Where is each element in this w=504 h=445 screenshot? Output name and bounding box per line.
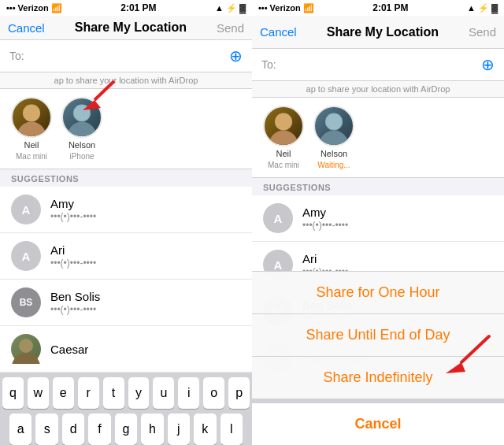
key-f[interactable]: f <box>88 413 110 445</box>
key-s[interactable]: s <box>35 413 57 445</box>
key-q[interactable]: q <box>2 377 24 409</box>
avatar-ben-solis: BS <box>11 287 41 317</box>
key-k[interactable]: k <box>194 413 216 445</box>
right-panel: ••• Verizon 📶 2:01 PM ▲ ⚡ ▓ Cancel Share… <box>252 0 504 445</box>
key-l[interactable]: l <box>220 413 243 445</box>
key-u[interactable]: u <box>153 377 174 409</box>
key-j[interactable]: j <box>168 413 190 445</box>
add-recipient-icon-right[interactable]: ⊕ <box>481 55 495 74</box>
nelson-sub: iPhone <box>69 152 94 161</box>
airdrop-neil[interactable]: Neil Mac mini <box>11 97 52 161</box>
contact-info-amy: Amy •••(•)•••-•••• <box>50 197 241 222</box>
contact-caesar[interactable]: Caesar <box>0 326 252 373</box>
key-w[interactable]: w <box>28 377 49 409</box>
status-icons-right: ▲ ⚡ ▓ <box>467 3 498 13</box>
key-o[interactable]: o <box>203 377 224 409</box>
nelson-name-right: Nelson <box>321 149 347 158</box>
key-y[interactable]: y <box>128 377 150 409</box>
contact-info-caesar: Caesar <box>50 343 241 356</box>
status-carrier-left: ••• Verizon 📶 <box>6 3 62 13</box>
battery-icon-right: ▓ <box>491 3 498 13</box>
svg-marker-17 <box>446 362 465 373</box>
contact-info-ari: Ari •••(•)•••-•••• <box>50 243 241 269</box>
nelson-name: Nelson <box>69 140 95 150</box>
airdrop-contacts-right: Neil Mac mini Nelson Waiting... <box>252 98 504 178</box>
key-r[interactable]: r <box>78 377 99 409</box>
avatar-neil-right <box>263 106 304 146</box>
contact-name-amy: Amy <box>50 197 241 210</box>
contact-ari[interactable]: A Ari •••(•)•••-•••• <box>0 233 252 280</box>
send-button-right[interactable]: Send <box>469 25 496 39</box>
key-t[interactable]: t <box>103 377 124 409</box>
contact-phone-ari: •••(•)•••-•••• <box>50 258 241 269</box>
avatar-amy: A <box>11 195 41 224</box>
svg-point-12 <box>276 113 291 129</box>
key-g[interactable]: g <box>115 413 137 445</box>
nelson-sub-right: Waiting... <box>317 161 350 169</box>
status-carrier-right: ••• Verizon 📶 <box>258 3 314 13</box>
nav-title-left: Share My Location <box>75 20 187 35</box>
contact-name-caesar: Caesar <box>50 343 241 356</box>
status-icons-left: ▲ ⚡ ▓ <box>215 3 246 13</box>
key-p[interactable]: p <box>228 377 250 409</box>
svg-point-8 <box>19 339 33 353</box>
nav-bar-right: Cancel Share My Location Send <box>252 16 504 49</box>
airdrop-neil-right[interactable]: Neil Mac mini <box>263 106 304 169</box>
svg-point-1 <box>17 122 46 138</box>
action-cancel-button[interactable]: Cancel <box>252 399 504 445</box>
status-bar-right: ••• Verizon 📶 2:01 PM ▲ ⚡ ▓ <box>252 0 504 16</box>
avatar-ari: A <box>11 241 41 271</box>
contact-ben-solis[interactable]: BS Ben Solis •••(•)•••-•••• <box>0 280 252 326</box>
keyboard-row-2: a s d f g h j k l <box>0 409 252 445</box>
status-bar-left: ••• Verizon 📶 2:01 PM ▲ ⚡ ▓ <box>0 0 252 16</box>
cancel-button-left[interactable]: Cancel <box>8 21 45 35</box>
left-panel: ••• Verizon 📶 2:01 PM ▲ ⚡ ▓ Cancel Share… <box>0 0 252 445</box>
add-recipient-icon-left[interactable]: ⊕ <box>229 46 243 65</box>
to-field-right: To: ⊕ <box>252 49 504 81</box>
airdrop-contacts-left: Neil Mac mini Nelson iPhone <box>0 89 252 169</box>
svg-point-4 <box>68 122 97 138</box>
nav-title-right: Share My Location <box>327 25 439 39</box>
to-input-left[interactable] <box>29 50 224 62</box>
svg-point-14 <box>320 131 349 146</box>
key-e[interactable]: e <box>53 377 74 409</box>
svg-line-16 <box>461 336 489 362</box>
keyboard: q w e r t y u i o p a s d f g h j k l ⬆ … <box>0 373 252 445</box>
contact-name-amy-right: Amy <box>302 206 493 219</box>
contact-amy-right[interactable]: A Amy •••(•)•••-•••• <box>252 195 504 242</box>
key-a[interactable]: a <box>9 413 32 445</box>
contact-name-ben: Ben Solis <box>50 290 241 303</box>
contact-name-ari: Ari <box>50 243 241 257</box>
send-button-left[interactable]: Send <box>217 21 244 35</box>
neil-sub: Mac mini <box>16 152 47 161</box>
neil-name-right: Neil <box>276 149 291 158</box>
location-icon: ▲ <box>215 3 224 13</box>
neil-name: Neil <box>24 140 39 150</box>
svg-point-9 <box>12 353 40 364</box>
airdrop-banner-left: ap to share your location with AirDrop <box>0 72 252 89</box>
to-input-right[interactable] <box>281 58 476 71</box>
key-h[interactable]: h <box>141 413 163 445</box>
bluetooth-icon: ⚡ <box>226 3 237 13</box>
avatar-caesar <box>11 334 41 364</box>
wifi-icon: 📶 <box>51 3 62 13</box>
suggestions-header-left: SUGGESTIONS <box>0 169 252 187</box>
carrier-text: ••• Verizon <box>6 3 49 13</box>
cancel-button-right[interactable]: Cancel <box>260 25 297 39</box>
key-d[interactable]: d <box>62 413 84 445</box>
contact-info-ben: Ben Solis •••(•)•••-•••• <box>50 290 241 315</box>
contact-phone-amy: •••(•)•••-•••• <box>50 211 241 222</box>
key-i[interactable]: i <box>178 377 199 409</box>
location-icon-right: ▲ <box>467 3 476 13</box>
contact-name-ari-right: Ari <box>302 252 493 265</box>
arrow-share-indefinitely <box>438 332 493 376</box>
to-label-right: To: <box>261 58 276 71</box>
airdrop-nelson-right[interactable]: Nelson Waiting... <box>313 106 354 169</box>
svg-point-2 <box>24 105 39 121</box>
avatar-nelson-right <box>313 106 354 146</box>
svg-point-11 <box>269 131 298 146</box>
share-one-hour-button[interactable]: Share for One Hour <box>252 272 504 314</box>
contact-amy[interactable]: A Amy •••(•)•••-•••• <box>0 187 252 233</box>
neil-sub-right: Mac mini <box>268 161 299 169</box>
to-label-left: To: <box>9 50 24 62</box>
